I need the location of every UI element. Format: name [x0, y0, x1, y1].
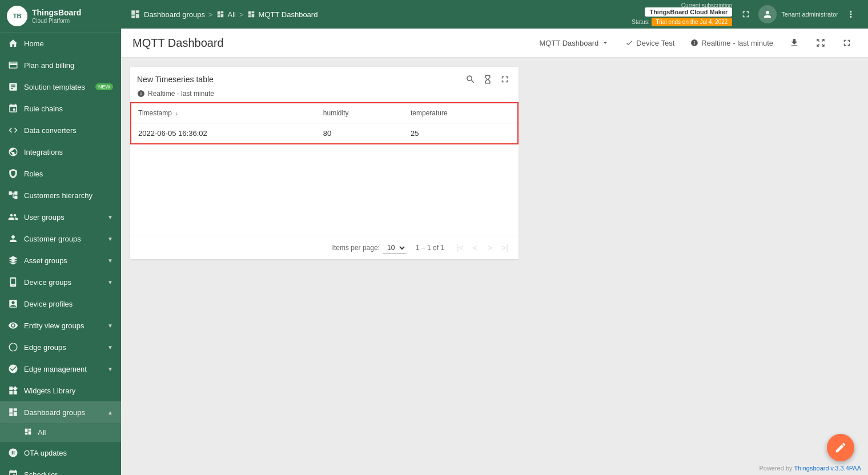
widget-download-icon[interactable] [481, 73, 495, 86]
more-options-icon[interactable] [843, 6, 859, 22]
next-page-button[interactable]: > [483, 241, 497, 255]
download-icon[interactable] [785, 35, 804, 50]
sidebar-label-device-profiles: Device profiles [24, 300, 113, 308]
sidebar-item-home[interactable]: Home [0, 33, 121, 54]
breadcrumb-dashboard-groups[interactable]: Dashboard groups [144, 10, 205, 19]
col-temperature[interactable]: temperature [404, 103, 518, 123]
per-page-select[interactable]: 10 25 50 [383, 243, 407, 253]
cell-temperature: 25 [404, 123, 518, 144]
subscription-name: ThingsBoard Cloud Maker [645, 7, 732, 17]
first-page-button[interactable]: |< [453, 241, 467, 255]
scheduler-icon [8, 469, 18, 475]
sidebar-item-ota-updates[interactable]: OTA updates [0, 442, 121, 464]
sidebar-item-plan-billing[interactable]: Plan and billing [0, 54, 121, 76]
trial-badge: Trial ends on the Jul 4, 2022 [652, 18, 733, 26]
widget-header-icons [464, 73, 512, 86]
data-table: Timestamp ↓ humidity temperature 2022-06… [130, 102, 519, 144]
hierarchy-icon [8, 190, 18, 200]
sort-arrow: ↓ [175, 110, 178, 116]
sidebar-label-home: Home [24, 39, 113, 48]
sidebar-label-integrations: Integrations [24, 148, 113, 156]
entity-view-groups-icon [8, 320, 18, 331]
mqtt-dashboard-dropdown[interactable]: MQTT Dashboard [535, 37, 614, 50]
sidebar-item-asset-groups[interactable]: Asset groups ▼ [0, 249, 121, 271]
topbar-right: Current subscription ThingsBoard Cloud M… [632, 2, 859, 26]
col-timestamp[interactable]: Timestamp ↓ [131, 103, 316, 123]
data-converters-icon [8, 125, 18, 135]
fullscreen-icon[interactable] [738, 6, 754, 22]
table-footer: Items per page: 10 25 50 1 – 1 of 1 |< <… [130, 236, 519, 259]
sidebar-item-device-groups[interactable]: Device groups ▼ [0, 271, 121, 293]
logo-subtitle: Cloud Platform [32, 18, 81, 24]
all-icon [24, 428, 32, 437]
sidebar-item-data-converters[interactable]: Data converters [0, 119, 121, 141]
last-page-button[interactable]: >| [498, 241, 512, 255]
sidebar-item-integrations[interactable]: Integrations [0, 141, 121, 163]
sidebar-item-edge-groups[interactable]: Edge groups ▼ [0, 336, 121, 358]
topbar: Dashboard groups > All > MQTT Dashboard … [121, 0, 868, 29]
fullscreen-toggle-icon[interactable] [837, 35, 857, 50]
sidebar: TB ThingsBoard Cloud Platform Home Plan … [0, 0, 121, 475]
breadcrumb-sep-2: > [239, 10, 244, 19]
thingsboard-link[interactable]: Thingsboard v.3.3.4PAA [794, 465, 861, 472]
ota-icon [8, 448, 18, 458]
entity-view-groups-arrow: ▼ [107, 323, 113, 329]
device-groups-arrow: ▼ [107, 279, 113, 285]
widget-search-icon[interactable] [464, 73, 477, 86]
cell-humidity: 80 [316, 123, 404, 144]
powered-by: Powered by Thingsboard v.3.3.4PAA [759, 465, 861, 472]
dashboard-groups-icon [8, 407, 18, 417]
widget-fullscreen-icon[interactable] [498, 73, 512, 86]
sidebar-item-roles[interactable]: Roles [0, 163, 121, 184]
topbar-icons: Tenant administrator [738, 5, 859, 23]
widget-title: New Timeseries table [137, 75, 214, 84]
sidebar-label-roles: Roles [24, 170, 113, 178]
customer-groups-icon [8, 234, 18, 244]
device-test-button[interactable]: Device Test [621, 37, 679, 50]
expand-icon[interactable] [811, 35, 830, 50]
page-header: MQTT Dashboard MQTT Dashboard Device Tes… [121, 29, 868, 58]
sidebar-item-dashboard-groups[interactable]: Dashboard groups ▲ [0, 401, 121, 423]
sidebar-label-solution-templates: Solution templates [24, 83, 90, 91]
sidebar-label-edge-groups: Edge groups [24, 343, 102, 352]
main-content: Dashboard groups > All > MQTT Dashboard … [121, 0, 868, 475]
sidebar-item-widgets-library[interactable]: Widgets Library [0, 380, 121, 401]
logo-icon: TB [7, 6, 27, 26]
sidebar-label-user-groups: User groups [24, 213, 102, 222]
sidebar-label-asset-groups: Asset groups [24, 256, 102, 265]
sidebar-label-device-groups: Device groups [24, 278, 102, 287]
edit-fab[interactable] [827, 434, 854, 461]
realtime-button[interactable]: Realtime - last minute [686, 37, 778, 50]
asset-groups-icon [8, 255, 18, 265]
logo[interactable]: TB ThingsBoard Cloud Platform [0, 0, 121, 33]
sidebar-sub-item-all[interactable]: All [0, 423, 121, 442]
mqtt-dashboard-label: MQTT Dashboard [540, 39, 599, 47]
pagination-buttons: |< < > >| [453, 241, 512, 255]
breadcrumb: Dashboard groups > All > MQTT Dashboard [130, 9, 627, 19]
sidebar-item-scheduler[interactable]: Scheduler [0, 464, 121, 475]
breadcrumb-sep-1: > [208, 10, 213, 19]
sidebar-item-edge-management[interactable]: Edge management ▼ [0, 358, 121, 380]
user-info: Tenant administrator [781, 11, 838, 18]
roles-icon [8, 168, 18, 179]
edge-groups-arrow: ▼ [107, 344, 113, 351]
sidebar-item-solution-templates[interactable]: Solution templates NEW [0, 76, 121, 98]
sidebar-item-device-profiles[interactable]: Device profiles [0, 293, 121, 315]
sidebar-item-rule-chains[interactable]: Rule chains [0, 98, 121, 119]
col-humidity[interactable]: humidity [316, 103, 404, 123]
breadcrumb-all[interactable]: All [228, 10, 236, 19]
new-badge: NEW [95, 83, 113, 90]
widget-time: Realtime - last minute [130, 90, 519, 102]
template-icon [8, 82, 18, 92]
sidebar-item-customers-hierarchy[interactable]: Customers hierarchy [0, 184, 121, 206]
sidebar-item-entity-view-groups[interactable]: Entity view groups ▼ [0, 315, 121, 336]
edge-groups-icon [8, 342, 18, 352]
device-profiles-icon [8, 299, 18, 309]
realtime-label: Realtime - last minute [701, 39, 773, 47]
widgets-icon [8, 385, 18, 396]
sidebar-item-user-groups[interactable]: User groups ▼ [0, 206, 121, 228]
sidebar-item-customer-groups[interactable]: Customer groups ▼ [0, 228, 121, 249]
avatar[interactable] [758, 5, 777, 23]
breadcrumb-mqtt[interactable]: MQTT Dashboard [259, 10, 318, 19]
prev-page-button[interactable]: < [468, 241, 482, 255]
